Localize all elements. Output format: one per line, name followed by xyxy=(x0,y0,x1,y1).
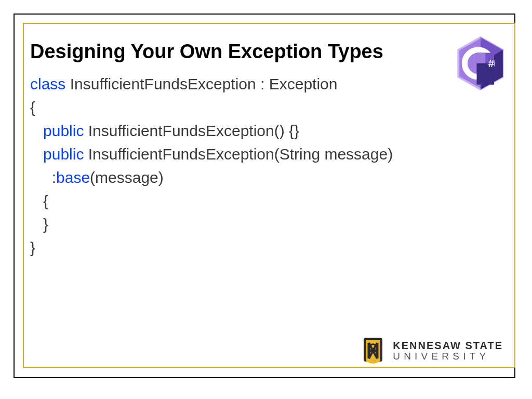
ksu-shield-icon xyxy=(361,336,385,366)
keyword-public-2: public xyxy=(43,145,84,163)
code-open-brace: { xyxy=(30,99,35,116)
ksu-text: KENNESAW STATE UNIVERSITY xyxy=(393,340,503,361)
ksu-line1: KENNESAW STATE xyxy=(393,340,503,351)
keyword-public-1: public xyxy=(43,122,84,139)
keyword-base: base xyxy=(56,169,90,186)
ksu-line2: UNIVERSITY xyxy=(393,351,503,361)
ksu-logo: KENNESAW STATE UNIVERSITY xyxy=(361,336,503,366)
code-indent1 xyxy=(30,122,43,139)
code-base-args: (message) xyxy=(90,169,164,186)
code-indent2 xyxy=(30,145,43,163)
slide-title: Designing Your Own Exception Types xyxy=(30,41,482,63)
code-base-indent: : xyxy=(30,169,56,186)
code-ctor1: InsufficientFundsException() {} xyxy=(84,122,299,139)
slide-content: Designing Your Own Exception Types class… xyxy=(30,41,482,259)
svg-text:#: # xyxy=(488,58,495,69)
code-class-decl: InsufficientFundsException : Exception xyxy=(65,75,337,92)
keyword-class: class xyxy=(30,75,65,92)
code-body-open: { xyxy=(30,192,48,209)
code-close-brace: } xyxy=(30,239,35,256)
code-block: class InsufficientFundsException : Excep… xyxy=(30,72,482,259)
code-body-close: } xyxy=(30,216,48,233)
code-ctor2-sig: InsufficientFundsException(String messag… xyxy=(84,145,393,163)
